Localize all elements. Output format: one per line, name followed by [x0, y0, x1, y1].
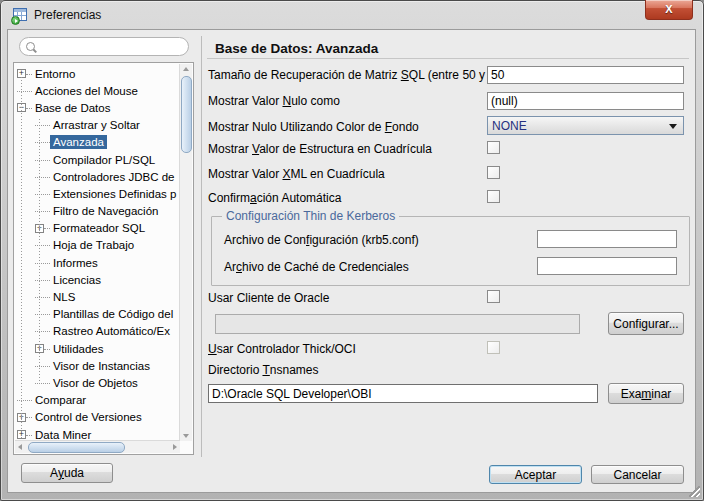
tree-leader	[35, 194, 50, 195]
tree-leader	[35, 383, 50, 384]
tree-leader	[17, 91, 32, 92]
preferences-dialog: Preferencias X +EntornoAcciones del Mous…	[0, 0, 704, 501]
tree-leader	[35, 280, 50, 281]
browse-button[interactable]: Examinar	[608, 383, 684, 404]
tree-item-label[interactable]: Formateador SQL	[50, 221, 148, 235]
fetch-size-input[interactable]	[487, 66, 684, 84]
tree-item-label[interactable]: Visor de Instancias	[50, 359, 153, 373]
tree-connector-line	[39, 119, 40, 384]
thick-driver-label: Usar Controlador Thick/OCI	[208, 342, 356, 356]
xml-grid-checkbox[interactable]	[487, 166, 500, 179]
tree-item-base-de-datos[interactable]: −Base de Datos	[15, 99, 179, 116]
cancel-button[interactable]: Cancelar	[591, 465, 684, 484]
scroll-up-icon[interactable]	[183, 67, 189, 71]
ok-button[interactable]: Aceptar	[489, 465, 582, 484]
tree-item-label[interactable]: Filtro de Navegación	[50, 204, 161, 218]
tree-item-label[interactable]: Rastreo Automático/Ex	[50, 324, 173, 338]
scroll-right-icon[interactable]	[173, 444, 177, 450]
scroll-down-icon[interactable]	[183, 434, 189, 438]
window-title: Preferencias	[34, 8, 101, 22]
krb-config-input[interactable]	[537, 230, 677, 248]
preferences-tree-panel: +EntornoAcciones del Mouse−Base de Datos…	[13, 62, 194, 455]
tree-leader	[35, 160, 50, 161]
tree-connector-line	[21, 74, 22, 440]
tree-vertical-scrollbar[interactable]	[179, 64, 192, 441]
krb-config-label: Archivo de Configuración (krb5.conf)	[224, 233, 419, 247]
resize-grip[interactable]	[689, 486, 700, 497]
kerberos-group-title: Configuración Thin de Kerberos	[222, 209, 399, 223]
tree-item-entorno[interactable]: +Entorno	[15, 65, 179, 82]
tree-leader	[17, 400, 32, 401]
tree-leader	[35, 297, 50, 298]
null-bg-label: Mostrar Nulo Utilizando Color de Fondo	[208, 120, 419, 134]
null-bg-dropdown[interactable]: NONE	[487, 116, 684, 135]
tree-item-label[interactable]: NLS	[50, 290, 78, 304]
thick-driver-checkbox[interactable]	[487, 341, 500, 354]
krb-cache-input[interactable]	[537, 257, 677, 275]
pane-separator	[201, 36, 202, 457]
horizontal-scroll-thumb[interactable]	[28, 442, 125, 453]
tree-item-label[interactable]: Controladores JDBC de	[50, 170, 177, 184]
tree-leader	[35, 125, 50, 126]
preferences-app-icon	[12, 7, 28, 23]
tree-item-label[interactable]: Arrastrar y Soltar	[50, 118, 143, 132]
autocommit-label: Confirmación Automática	[208, 191, 341, 205]
tree-item-label[interactable]: Plantillas de Código del	[50, 307, 176, 321]
xml-grid-label: Mostrar Valor XML en Cuadrícula	[208, 167, 385, 181]
tree-leader	[35, 331, 50, 332]
tree-leader	[35, 366, 50, 367]
null-display-label: Mostrar Valor Nulo como	[208, 94, 340, 108]
tree-item-label[interactable]: Informes	[50, 256, 101, 270]
page-title: Base de Datos: Avanzada	[215, 41, 378, 56]
struct-grid-label: Mostrar Valor de Estructura en Cuadrícul…	[208, 142, 432, 156]
oracle-client-label: Usar Cliente de Oracle	[208, 291, 329, 305]
configure-button[interactable]: Configurar...	[608, 312, 684, 335]
tree-item-label[interactable]: Control de Versiones	[32, 410, 145, 424]
preferences-tree: +EntornoAcciones del Mouse−Base de Datos…	[15, 65, 179, 441]
tree-leader	[35, 314, 50, 315]
null-display-input[interactable]	[487, 92, 684, 110]
tree-item-label[interactable]: Comparar	[32, 393, 89, 407]
tree-leader	[35, 177, 50, 178]
null-bg-selected-value: NONE	[492, 119, 527, 133]
search-input[interactable]	[38, 39, 186, 56]
chevron-down-icon	[669, 124, 677, 129]
close-button[interactable]: X	[645, 0, 693, 20]
tree-item-data-miner[interactable]: +Data Miner	[15, 426, 179, 441]
oracle-client-path-input[interactable]	[215, 314, 580, 334]
title-divider	[207, 58, 689, 59]
tree-leader	[35, 263, 50, 264]
tree-leader	[35, 211, 50, 212]
tree-item-label[interactable]: Entorno	[32, 67, 78, 81]
tree-leader	[35, 245, 50, 246]
search-box[interactable]	[19, 37, 189, 56]
tree-item-label[interactable]: Avanzada	[50, 135, 107, 149]
tree-item-label[interactable]: Acciones del Mouse	[32, 84, 141, 98]
krb-cache-label: Archivo de Caché de Credenciales	[224, 260, 409, 274]
tree-horizontal-scrollbar[interactable]	[15, 440, 180, 453]
tns-directory-input[interactable]	[208, 384, 598, 403]
search-icon	[26, 42, 35, 51]
tree-item-label[interactable]: Hoja de Trabajo	[50, 238, 137, 252]
tns-directory-label: Directorio Tnsnames	[208, 363, 319, 377]
fetch-size-label: Tamaño de Recuperación de Matriz SQL (en…	[208, 68, 512, 82]
tree-item-label[interactable]: Data Miner	[32, 428, 94, 441]
tree-item-label[interactable]: Utilidades	[50, 342, 107, 356]
scroll-left-icon[interactable]	[18, 444, 22, 450]
tree-item-control-de-versiones[interactable]: +Control de Versiones	[15, 409, 179, 426]
vertical-scroll-thumb[interactable]	[181, 76, 192, 153]
autocommit-checkbox[interactable]	[487, 190, 500, 203]
oracle-client-checkbox[interactable]	[487, 290, 500, 303]
struct-grid-checkbox[interactable]	[487, 141, 500, 154]
help-button[interactable]: Ayuda	[21, 463, 113, 483]
tree-item-label[interactable]: Base de Datos	[32, 101, 113, 115]
tree-item-comparar[interactable]: Comparar	[15, 392, 179, 409]
tree-item-label[interactable]: Licencias	[50, 273, 104, 287]
tree-item-label[interactable]: Compilador PL/SQL	[50, 153, 158, 167]
tree-item-label[interactable]: Extensiones Definidas p	[50, 187, 179, 201]
tree-item-acciones-del-mouse[interactable]: Acciones del Mouse	[15, 82, 179, 99]
tree-item-label[interactable]: Visor de Objetos	[50, 376, 141, 390]
kerberos-groupbox	[211, 216, 690, 286]
tree-leader	[35, 142, 50, 143]
